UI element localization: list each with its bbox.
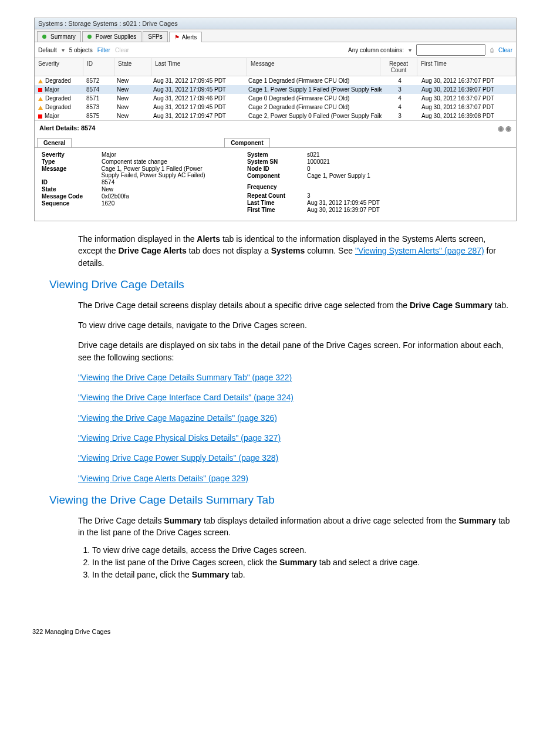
any-column-label: Any column contains: [348, 47, 404, 53]
clear-link[interactable]: Clear [498, 47, 512, 53]
link-physical-disks[interactable]: "Viewing Drive Cage Physical Disks Detai… [78, 433, 281, 443]
cell-message: Cage 0 Degraded (Firmware CPU Old) [245, 94, 382, 102]
toolbar: Default ▾ 5 objects Filter Clear Any col… [35, 42, 516, 58]
cell-last-time: Aug 31, 2012 17:09:47 PDT [150, 112, 245, 120]
cell-state: New [113, 94, 150, 102]
link-summary-tab[interactable]: "Viewing the Drive Cage Details Summary … [78, 373, 292, 382]
col-message[interactable]: Message [247, 58, 380, 76]
cell-severity: Degraded [35, 94, 83, 102]
cell-repeat-count: 3 [382, 86, 418, 93]
cell-first-time: Aug 30, 2012 16:39:07 PDT [418, 86, 516, 93]
heading-viewing-drive-cage-details: Viewing Drive Cage Details [49, 278, 528, 291]
heading-summary-tab: Viewing the Drive Cage Details Summary T… [49, 494, 528, 507]
tab-summary[interactable]: Summary [37, 31, 81, 42]
col-severity[interactable]: Severity [35, 58, 83, 76]
export-icon[interactable]: ⎙ [490, 47, 494, 53]
layout-dropdown[interactable]: Default [38, 47, 57, 53]
cell-id: 8575 [83, 112, 113, 120]
col-first-time[interactable]: First Time [417, 58, 516, 76]
col-id[interactable]: ID [83, 58, 114, 76]
cell-state: New [113, 103, 150, 111]
cell-message: Cage 1 Degraded (Firmware CPU Old) [245, 77, 382, 85]
cell-severity: Major [35, 86, 83, 93]
cell-severity: Degraded [35, 103, 83, 111]
cell-id: 8573 [83, 103, 113, 111]
steps-list: To view drive cage details, access the D… [78, 544, 528, 581]
status-icon [42, 35, 46, 39]
table-row[interactable]: Major8575NewAug 31, 2012 17:09:47 PDTCag… [35, 112, 516, 120]
clear-filter[interactable]: Clear [115, 47, 129, 53]
detail-body: SeverityMajor TypeComponent state change… [35, 148, 516, 221]
cell-first-time: Aug 30, 2012 16:37:07 PDT [418, 103, 516, 111]
cell-first-time: Aug 30, 2012 16:37:07 PDT [418, 77, 516, 85]
link-interface-card[interactable]: "Viewing the Drive Cage Interface Card D… [78, 393, 294, 402]
top-tabs: Summary Power Supplies SFPs ⚑Alerts [35, 29, 516, 42]
col-state[interactable]: State [114, 58, 151, 76]
tab-alerts[interactable]: ⚑Alerts [169, 32, 203, 42]
link-power-supply[interactable]: "Viewing Drive Cage Power Supply Details… [78, 453, 278, 463]
cell-id: 8572 [83, 77, 113, 85]
cell-severity: Degraded [35, 77, 83, 85]
cell-first-time: Aug 30, 2012 16:37:07 PDT [418, 94, 516, 102]
step-3: In the detail pane, click the Summary ta… [92, 569, 528, 581]
up-down-icons[interactable]: ◉ ◉ [498, 124, 511, 133]
paragraph: To view drive cage details, navigate to … [78, 319, 510, 331]
cell-repeat-count: 4 [382, 94, 418, 102]
cell-state: New [113, 86, 150, 93]
window-title: Systems : Storage Systems : s021 : Drive… [35, 18, 516, 29]
alerts-table: Severity ID State Last Time Message Repe… [35, 58, 516, 120]
link-alerts-details[interactable]: "Viewing Drive Cage Alerts Details" (pag… [78, 474, 248, 483]
cell-last-time: Aug 31, 2012 17:09:46 PDT [150, 94, 245, 102]
cell-message: Cage 2, Power Supply 0 Failed (Power Sup… [245, 112, 382, 120]
table-row[interactable]: Major8574NewAug 31, 2012 17:09:45 PDTCag… [35, 85, 516, 94]
cell-state: New [113, 77, 150, 85]
col-repeat-count[interactable]: Repeat Count [380, 58, 417, 76]
cell-first-time: Aug 30, 2012 16:39:08 PDT [418, 112, 516, 120]
table-row[interactable]: Degraded8572NewAug 31, 2012 17:09:45 PDT… [35, 76, 516, 85]
cell-repeat-count: 3 [382, 112, 418, 120]
flag-icon: ⚑ [174, 34, 180, 40]
cell-state: New [113, 112, 150, 120]
filter-link[interactable]: Filter [97, 47, 110, 53]
tab-sfps[interactable]: SFPs [143, 31, 167, 42]
tab-power-supplies[interactable]: Power Supplies [82, 31, 141, 42]
object-count: 5 objects [69, 47, 93, 53]
page-footer: 322 Managing Drive Cages [32, 628, 528, 635]
cell-last-time: Aug 31, 2012 17:09:45 PDT [150, 77, 245, 85]
detail-tabs: General Component [35, 136, 516, 148]
cell-repeat-count: 4 [382, 103, 418, 111]
cell-message: Cage 1, Power Supply 1 Failed (Power Sup… [245, 86, 382, 93]
cell-last-time: Aug 31, 2012 17:09:45 PDT [150, 103, 245, 111]
paragraph: The Drive Cage detail screens display de… [78, 299, 510, 311]
cell-id: 8574 [83, 86, 113, 93]
table-row[interactable]: Degraded8571NewAug 31, 2012 17:09:46 PDT… [35, 94, 516, 103]
cell-repeat-count: 4 [382, 77, 418, 85]
detail-tab-component[interactable]: Component [224, 138, 270, 147]
cell-message: Cage 2 Degraded (Firmware CPU Old) [245, 103, 382, 111]
step-2: In the list pane of the Drive Cages scre… [92, 556, 528, 569]
cell-id: 8571 [83, 94, 113, 102]
paragraph: The Drive Cage details Summary tab displ… [78, 515, 510, 539]
cell-last-time: Aug 31, 2012 17:09:45 PDT [150, 86, 245, 93]
paragraph: The information displayed in the Alerts … [78, 233, 510, 269]
link-magazine[interactable]: "Viewing the Drive Cage Magazine Details… [78, 413, 277, 423]
cell-severity: Major [35, 112, 83, 120]
alert-details-header: Alert Details: 8574 ◉ ◉ [35, 120, 516, 136]
detail-tab-general[interactable]: General [37, 138, 72, 147]
table-row[interactable]: Degraded8573NewAug 31, 2012 17:09:45 PDT… [35, 103, 516, 112]
link-viewing-system-alerts[interactable]: "Viewing System Alerts" (page 287) [355, 246, 484, 255]
drive-cages-window: Systems : Storage Systems : s021 : Drive… [34, 18, 517, 221]
status-icon [87, 35, 92, 39]
paragraph: Drive cage details are displayed on six … [78, 339, 510, 363]
table-header: Severity ID State Last Time Message Repe… [35, 58, 516, 76]
col-last-time[interactable]: Last Time [151, 58, 247, 76]
filter-input[interactable] [416, 44, 485, 56]
step-1: To view drive cage details, access the D… [92, 544, 528, 556]
